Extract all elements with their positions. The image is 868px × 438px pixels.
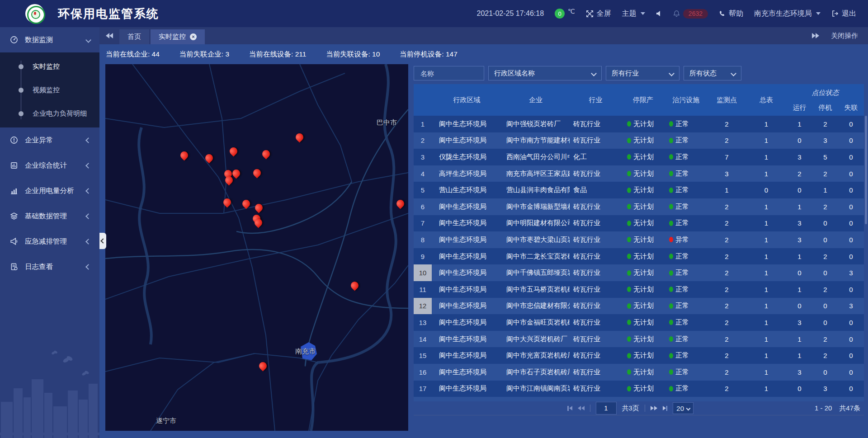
status-dot-green xyxy=(669,188,673,193)
status-dot-green xyxy=(669,386,673,391)
cell-region: 阆中生态环境局 xyxy=(432,364,502,381)
cell-points: 2 xyxy=(708,132,746,149)
tab-home[interactable]: 首页 xyxy=(119,29,149,44)
org-dropdown[interactable]: 南充市生态环境局 xyxy=(754,9,821,19)
next-page-button[interactable] xyxy=(651,406,657,410)
page-number-input[interactable] xyxy=(596,402,617,414)
facility-label: 正常 xyxy=(675,268,689,277)
status-dot-green xyxy=(669,270,673,276)
table-row[interactable]: 10阆中生态环境局阆中千佛镇五郎垭页岩砖瓦行业无计划正常21003 xyxy=(414,264,864,281)
fullscreen-button[interactable]: 全屏 xyxy=(586,9,611,19)
table-row[interactable]: 13阆中生态环境局阆中市金福旺页岩机砖砖瓦行业无计划正常21300 xyxy=(414,314,864,331)
table-scrollbar[interactable] xyxy=(865,116,867,401)
close-operations-button[interactable]: 关闭操作 xyxy=(831,32,858,40)
city-label-遂宁市: 遂宁市 xyxy=(156,417,176,425)
sidebar-item-企业电力负荷明细[interactable]: 企业电力负荷明细 xyxy=(0,102,99,125)
sidebar-item-实时监控[interactable]: 实时监控 xyxy=(0,55,99,78)
col-header-meters: 总表 xyxy=(746,84,787,116)
cell-region: 阆中生态环境局 xyxy=(432,264,502,281)
page-size-select[interactable]: 20 xyxy=(673,402,693,414)
table-row[interactable]: 9阆中生态环境局阆中市二龙长宝页岩砖砖瓦行业无计划正常21120 xyxy=(414,248,864,265)
prev-page-button[interactable] xyxy=(578,406,585,410)
limit-label: 无计划 xyxy=(633,120,654,128)
cell-stopped: 1 xyxy=(812,182,838,198)
status-dot-green xyxy=(669,353,673,358)
table-row[interactable]: 7阆中生态环境局阆中明阳建材有限公司砖瓦行业无计划正常21300 xyxy=(414,215,864,232)
cell-lost: 0 xyxy=(838,281,864,298)
cell-stopped: 2 xyxy=(812,331,838,348)
table-row[interactable]: 14阆中生态环境局阆中大兴页岩机砖厂砖瓦行业无计划正常21120 xyxy=(414,331,864,348)
sidebar-group-日志查看[interactable]: 日志查看 xyxy=(0,254,99,279)
horn-icon xyxy=(9,237,19,245)
facility-label: 正常 xyxy=(675,219,689,227)
sidebar-collapse-handle[interactable] xyxy=(99,233,106,249)
table-row[interactable]: 6阆中生态环境局阆中市金博瑞新型墙材砖瓦行业无计划正常21120 xyxy=(414,198,864,215)
name-input[interactable] xyxy=(420,69,478,78)
cell-company: 阆中市金博瑞新型墙材 xyxy=(502,198,570,215)
name-filter-input[interactable] xyxy=(414,66,484,80)
cell-stopped: 0 xyxy=(812,298,838,315)
sidebar-group-数据监测[interactable]: 数据监测 xyxy=(0,27,99,52)
table-row[interactable]: 12阆中生态环境局阆中市忠信建材有限公砖瓦行业无计划正常21003 xyxy=(414,298,864,315)
status-dot-green xyxy=(627,369,631,375)
cell-industry: 砖瓦行业 xyxy=(570,298,622,315)
help-button[interactable]: 帮助 xyxy=(719,9,743,19)
chevron-down-icon xyxy=(731,71,736,76)
sidebar-group-基础数据管理[interactable]: 基础数据管理 xyxy=(0,203,99,229)
cell-lost: 0 xyxy=(838,182,864,198)
close-icon[interactable]: × xyxy=(190,33,197,40)
table-row[interactable]: 18南部生态环境局南部县双化水泥有限公建材加工无计划正常60060 xyxy=(414,397,864,401)
total-count-label: 共47条 xyxy=(839,404,860,413)
sidebar-group-label: 数据监测 xyxy=(25,35,53,45)
notifications[interactable]: 2632 xyxy=(673,9,708,19)
table-row[interactable]: 3仪陇生态环境局西南油气田分公司川中化工无计划正常71350 xyxy=(414,149,864,165)
limit-label: 无计划 xyxy=(633,219,654,227)
table-row[interactable]: 17阆中生态环境局阆中市江南镇阆南页岩砖瓦行业无计划正常21030 xyxy=(414,381,864,397)
submenu-dot-icon xyxy=(19,64,24,69)
stats-bar: 当前在线企业: 44当前失联企业: 3当前在线设备: 211当前失联设备: 10… xyxy=(106,44,458,64)
temperature-unit: ℃ xyxy=(568,8,575,15)
cell-run: 1 xyxy=(787,198,812,215)
filter-bar: 行政区域名称 所有行业 所有状态 xyxy=(414,66,741,80)
cell-industry: 砖瓦行业 xyxy=(570,231,622,248)
status-dot-green xyxy=(627,353,631,358)
industry-filter-select[interactable]: 所有行业 xyxy=(606,66,679,80)
sound-button[interactable] xyxy=(656,10,662,17)
table-row[interactable]: 16阆中生态环境局阆中市石子页岩机砖厂砖瓦行业无计划正常21300 xyxy=(414,364,864,381)
first-page-button[interactable] xyxy=(567,406,572,411)
cell-lost: 0 xyxy=(838,314,864,331)
map-panel[interactable]: 巴中市南充市遂宁市 xyxy=(105,64,408,431)
sidebar-group-企业用电量分析[interactable]: 企业用电量分析 xyxy=(0,178,99,203)
cell-lost: 0 xyxy=(838,248,864,265)
cell-limit-status: 无计划 xyxy=(622,381,665,397)
table-row[interactable]: 4高坪生态环境局南充市高坪区王家店建砖瓦行业无计划正常31220 xyxy=(414,165,864,182)
sidebar-item-视频监控[interactable]: 视频监控 xyxy=(0,78,99,102)
cell-region: 阆中生态环境局 xyxy=(432,248,502,265)
tabs-scroll-left-button[interactable] xyxy=(99,27,119,44)
table-row[interactable]: 1阆中生态环境局阆中强锐页岩砖厂砖瓦行业无计划正常21120 xyxy=(414,116,864,132)
logout-button[interactable]: 退出 xyxy=(831,9,856,19)
cell-limit-status: 无计划 xyxy=(622,397,665,401)
cell-facility-status: 正常 xyxy=(665,198,708,215)
region-filter-select[interactable]: 行政区域名称 xyxy=(488,66,602,80)
status-filter-select[interactable]: 所有状态 xyxy=(684,66,741,80)
cell-meters: 1 xyxy=(746,314,787,331)
cell-region: 阆中生态环境局 xyxy=(432,116,502,132)
table-row[interactable]: 5营山生态环境局营山县润丰肉食品有限食品无计划正常10010 xyxy=(414,182,864,198)
tabs-scroll-right-button[interactable] xyxy=(812,33,819,38)
last-page-button[interactable] xyxy=(663,406,668,411)
cell-limit-status: 无计划 xyxy=(622,132,665,149)
facility-label: 正常 xyxy=(675,252,689,261)
sidebar-group-企业异常[interactable]: 企业异常 xyxy=(0,127,99,153)
cell-company: 阆中千佛镇五郎垭页岩 xyxy=(502,264,570,281)
table-row[interactable]: 11阆中生态环境局阆中市五马桥页岩机砖砖瓦行业无计划正常21120 xyxy=(414,281,864,298)
theme-dropdown[interactable]: 主题 xyxy=(622,9,645,19)
col-header-points: 监测点 xyxy=(708,84,746,116)
sidebar-group-企业综合统计[interactable]: 企业综合统计 xyxy=(0,153,99,178)
table-row[interactable]: 2阆中生态环境局阆中市南方节能建材有砖瓦行业无计划正常21030 xyxy=(414,132,864,149)
tab-realtime-monitor[interactable]: 实时监控 × xyxy=(151,29,205,44)
table-row[interactable]: 8阆中生态环境局阆中市枣碧大梁山页岩砖瓦行业无计划异常21300 xyxy=(414,231,864,248)
table-row[interactable]: 15阆中生态环境局阆中市光富页岩机砖厂砖瓦行业无计划正常21120 xyxy=(414,347,864,364)
facility-label: 正常 xyxy=(675,186,689,194)
sidebar-group-应急减排管理[interactable]: 应急减排管理 xyxy=(0,229,99,254)
